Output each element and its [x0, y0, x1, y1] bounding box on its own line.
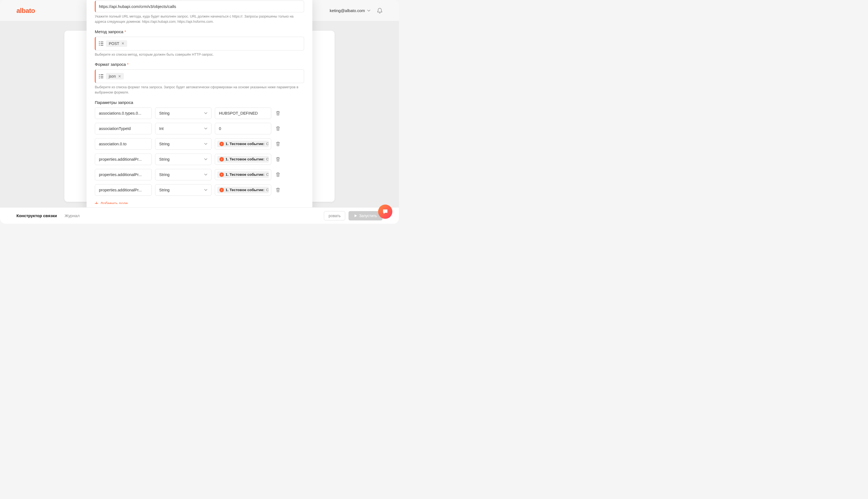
chat-icon [382, 208, 389, 215]
param-name-input[interactable]: properties.additionalPr... [95, 184, 152, 196]
param-type-select[interactable]: String [155, 138, 212, 150]
event-tag[interactable]: т 1. Тестовое событие: Сл [217, 187, 269, 193]
delete-row-button[interactable] [275, 186, 281, 194]
param-type-select[interactable]: String [155, 184, 212, 196]
param-value-input[interactable]: т 1. Тестовое событие: Сл [215, 154, 271, 165]
tag-icon: т [219, 172, 224, 177]
param-value-input[interactable]: 0 [215, 123, 271, 134]
tag-icon: т [219, 157, 224, 161]
remove-chip-icon[interactable]: ✕ [118, 74, 121, 78]
play-icon [354, 214, 357, 217]
url-help: Укажите полный URL метода, куда будет вы… [95, 14, 304, 24]
event-tag[interactable]: т 1. Тестовое событие: Сл [217, 156, 269, 162]
param-row: association.0.to String т 1. Тестовое со… [95, 138, 304, 150]
list-icon [99, 41, 103, 46]
method-label: Метод запроса * [95, 29, 304, 34]
run-button[interactable]: Запустить [349, 211, 382, 220]
param-value-input[interactable]: т 1. Тестовое событие: Сл [215, 169, 271, 180]
format-help: Выберите из списка формат тела запроса. … [95, 85, 304, 95]
param-type-select[interactable]: Int [155, 123, 212, 134]
url-value: https://api.hubapi.com/crm/v3/objects/ca… [99, 4, 176, 9]
param-row: associations.0.types.0... String HUBSPOT… [95, 108, 304, 119]
tag-icon: т [219, 142, 224, 146]
param-type-select[interactable]: String [155, 169, 212, 180]
param-type-select[interactable]: String [155, 108, 212, 119]
list-icon [99, 74, 103, 78]
param-row: properties.additionalPr... String т 1. Т… [95, 184, 304, 196]
param-name-input[interactable]: properties.additionalPr... [95, 169, 152, 180]
param-row: properties.additionalPr... String т 1. Т… [95, 169, 304, 180]
tab-constructor[interactable]: Конструктор связки [16, 213, 57, 218]
param-name-input[interactable]: properties.additionalPr... [95, 154, 152, 165]
param-name-input[interactable]: associations.0.types.0... [95, 108, 152, 119]
param-name-input[interactable]: associationTypeId [95, 123, 152, 134]
delete-row-button[interactable] [275, 141, 281, 147]
param-type-select[interactable]: String [155, 154, 212, 165]
chat-widget[interactable] [378, 205, 392, 219]
format-label: Формат запроса * [95, 62, 304, 66]
delete-row-button[interactable] [275, 156, 281, 163]
format-select[interactable]: json ✕ [95, 69, 304, 83]
delete-row-button[interactable] [275, 125, 281, 132]
url-input[interactable]: https://api.hubapi.com/crm/v3/objects/ca… [95, 1, 304, 12]
event-tag[interactable]: т 1. Тестовое событие: Сл [217, 141, 269, 147]
method-chip[interactable]: POST ✕ [106, 40, 127, 47]
param-row: associationTypeId Int 0 [95, 123, 304, 134]
params-label: Параметры запроса [95, 100, 304, 105]
method-help: Выберите из списка метод, которым должен… [95, 52, 304, 57]
delete-row-button[interactable] [275, 171, 281, 178]
delete-row-button[interactable] [275, 110, 281, 117]
bottom-tabs: Конструктор связки Журнал ровать Запусти… [0, 207, 399, 224]
copy-button[interactable]: ровать [324, 211, 345, 220]
param-value-input[interactable]: HUBSPOT_DEFINED [215, 108, 271, 119]
event-tag[interactable]: т 1. Тестовое событие: Сл [217, 171, 269, 178]
method-select[interactable]: POST ✕ [95, 37, 304, 50]
param-value-input[interactable]: т 1. Тестовое событие: Сл [215, 184, 271, 195]
remove-chip-icon[interactable]: ✕ [121, 41, 124, 46]
param-row: properties.additionalPr... String т 1. Т… [95, 154, 304, 165]
tab-journal[interactable]: Журнал [65, 213, 80, 218]
request-editor-modal: https://api.hubapi.com/crm/v3/objects/ca… [87, 0, 312, 224]
format-chip[interactable]: json ✕ [106, 73, 124, 80]
param-value-input[interactable]: т 1. Тестовое событие: Сл [215, 138, 271, 149]
tag-icon: т [219, 188, 224, 192]
param-name-input[interactable]: association.0.to [95, 138, 152, 150]
